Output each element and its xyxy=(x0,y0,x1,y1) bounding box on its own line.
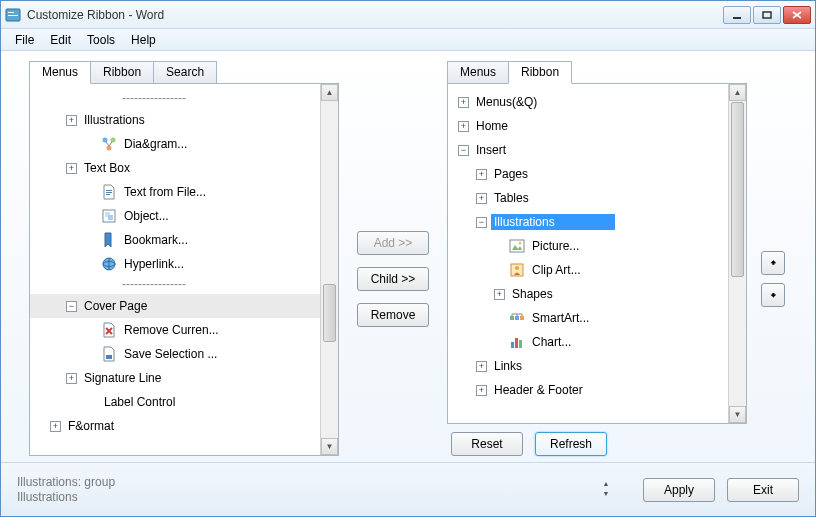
tree-item-removecurrent[interactable]: Remove Curren... xyxy=(121,322,222,338)
tree-item-smartart[interactable]: SmartArt... xyxy=(529,310,592,326)
minimize-button[interactable] xyxy=(723,6,751,24)
svg-rect-24 xyxy=(520,316,524,320)
tree-item-format[interactable]: F&ormat xyxy=(65,418,117,434)
tree-item-textfromfile[interactable]: Text from File... xyxy=(121,184,209,200)
menu-edit[interactable]: Edit xyxy=(42,31,79,49)
tree-item-shapes[interactable]: Shapes xyxy=(509,286,556,302)
move-up-button[interactable]: 🠹 xyxy=(761,251,785,275)
left-panel: Menus Ribbon Search ---------------- +Il… xyxy=(29,61,339,456)
tab-ribbon[interactable]: Ribbon xyxy=(90,61,154,83)
tree-item-pages[interactable]: Pages xyxy=(491,166,531,182)
scroll-down-icon[interactable]: ▼ xyxy=(321,438,338,455)
window-controls xyxy=(723,6,811,24)
expand-icon[interactable]: + xyxy=(494,289,505,300)
move-down-button[interactable]: 🠻 xyxy=(761,283,785,307)
left-tabs: Menus Ribbon Search xyxy=(29,61,339,83)
scroll-thumb[interactable] xyxy=(323,284,336,342)
tree-item-illustrations-r[interactable]: Illustrations xyxy=(491,214,615,230)
svg-rect-2 xyxy=(8,15,18,16)
svg-rect-1 xyxy=(8,12,14,13)
tree-item-menusq[interactable]: Menus(&Q) xyxy=(473,94,540,110)
menubar: File Edit Tools Help xyxy=(1,29,815,51)
scroll-down-icon[interactable]: ▼ xyxy=(729,406,746,423)
tree-item-headerfooter[interactable]: Header & Footer xyxy=(491,382,586,398)
separator: ---------------- xyxy=(30,276,320,294)
tab-menus-r[interactable]: Menus xyxy=(447,61,509,83)
reset-button[interactable]: Reset xyxy=(451,432,523,456)
hyperlink-icon xyxy=(101,256,117,272)
expand-icon[interactable]: + xyxy=(66,115,77,126)
remove-icon xyxy=(101,322,117,338)
scrollbar[interactable]: ▲ ▼ xyxy=(728,84,746,423)
file-icon xyxy=(101,184,117,200)
expand-icon[interactable]: + xyxy=(476,169,487,180)
tree-item-links[interactable]: Links xyxy=(491,358,525,374)
expand-icon[interactable]: + xyxy=(476,193,487,204)
tree-item-bookmark[interactable]: Bookmark... xyxy=(121,232,191,248)
right-tree: +Menus(&Q) +Home −Insert +Pages +Tables … xyxy=(447,83,747,424)
tree-item-labelcontrol[interactable]: Label Control xyxy=(101,394,178,410)
titlebar: Customize Ribbon - Word xyxy=(1,1,815,29)
tree-item-chart[interactable]: Chart... xyxy=(529,334,574,350)
svg-point-19 xyxy=(519,242,522,245)
collapse-icon[interactable]: − xyxy=(66,301,77,312)
tab-ribbon-r[interactable]: Ribbon xyxy=(508,61,572,84)
expand-icon[interactable]: + xyxy=(66,373,77,384)
collapse-icon[interactable]: − xyxy=(476,217,487,228)
svg-rect-9 xyxy=(106,192,112,193)
refresh-button[interactable]: Refresh xyxy=(535,432,607,456)
remove-button[interactable]: Remove xyxy=(357,303,429,327)
expand-icon[interactable]: + xyxy=(50,421,61,432)
scroll-up-icon[interactable]: ▲ xyxy=(321,84,338,101)
menu-tools[interactable]: Tools xyxy=(79,31,123,49)
menu-help[interactable]: Help xyxy=(123,31,164,49)
tree-item-illustrations[interactable]: Illustrations xyxy=(81,112,148,128)
tree-item-signatureline[interactable]: Signature Line xyxy=(81,370,164,386)
tab-menus[interactable]: Menus xyxy=(29,61,91,84)
expand-icon[interactable]: + xyxy=(66,163,77,174)
tree-item-clipart[interactable]: Clip Art... xyxy=(529,262,584,278)
svg-rect-25 xyxy=(511,342,514,348)
tree-item-diagram[interactable]: Dia&gram... xyxy=(121,136,190,152)
chart-icon xyxy=(509,334,525,350)
expand-icon[interactable]: + xyxy=(458,97,469,108)
maximize-button[interactable] xyxy=(753,6,781,24)
status-line2: Illustrations xyxy=(17,490,599,505)
tree-item-insert[interactable]: Insert xyxy=(473,142,509,158)
tree-item-object[interactable]: Object... xyxy=(121,208,172,224)
apply-button[interactable]: Apply xyxy=(643,478,715,502)
separator: ---------------- xyxy=(30,90,320,108)
left-tree: ---------------- +Illustrations Dia&gram… xyxy=(29,83,339,456)
app-icon xyxy=(5,7,21,23)
tree-item-saveselection[interactable]: Save Selection ... xyxy=(121,346,220,362)
svg-rect-3 xyxy=(733,17,741,19)
window-title: Customize Ribbon - Word xyxy=(27,8,723,22)
scroll-thumb[interactable] xyxy=(731,102,744,277)
tree-item-home[interactable]: Home xyxy=(473,118,511,134)
tree-item-coverpage[interactable]: Cover Page xyxy=(81,298,150,314)
right-tabs: Menus Ribbon xyxy=(447,61,747,83)
exit-button[interactable]: Exit xyxy=(727,478,799,502)
spin-down-icon[interactable]: ▼ xyxy=(599,490,613,500)
tree-item-picture[interactable]: Picture... xyxy=(529,238,582,254)
spin-control[interactable]: ▲ ▼ xyxy=(599,480,613,500)
svg-rect-10 xyxy=(106,194,110,195)
expand-icon[interactable]: + xyxy=(476,361,487,372)
svg-rect-8 xyxy=(106,190,112,191)
expand-icon[interactable]: + xyxy=(476,385,487,396)
spin-up-icon[interactable]: ▲ xyxy=(599,480,613,490)
scrollbar[interactable]: ▲ ▼ xyxy=(320,84,338,455)
svg-point-6 xyxy=(111,138,116,143)
tree-item-textbox[interactable]: Text Box xyxy=(81,160,133,176)
window: Customize Ribbon - Word File Edit Tools … xyxy=(0,0,816,517)
menu-file[interactable]: File xyxy=(7,31,42,49)
tree-item-tables[interactable]: Tables xyxy=(491,190,532,206)
tab-search[interactable]: Search xyxy=(153,61,217,83)
expand-icon[interactable]: + xyxy=(458,121,469,132)
add-button[interactable]: Add >> xyxy=(357,231,429,255)
collapse-icon[interactable]: − xyxy=(458,145,469,156)
tree-item-hyperlink[interactable]: Hyperlink... xyxy=(121,256,187,272)
child-button[interactable]: Child >> xyxy=(357,267,429,291)
close-button[interactable] xyxy=(783,6,811,24)
scroll-up-icon[interactable]: ▲ xyxy=(729,84,746,101)
